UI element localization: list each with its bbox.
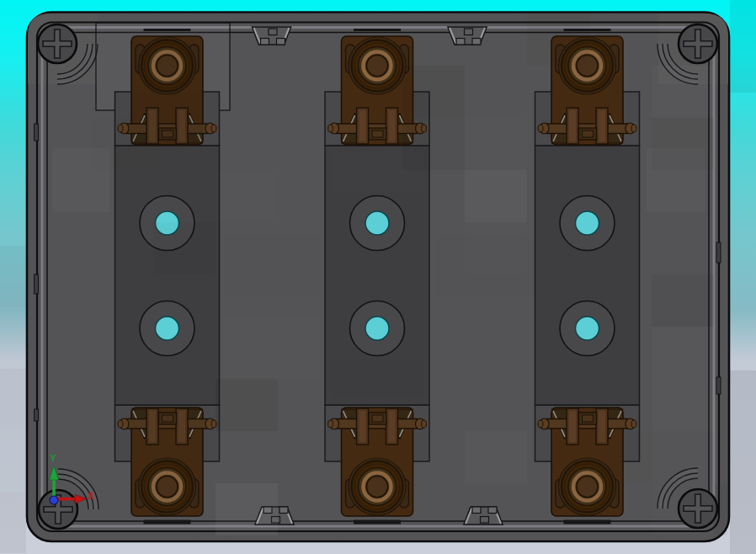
- svg-text:X: X: [88, 491, 94, 501]
- svg-text:Y: Y: [50, 453, 56, 463]
